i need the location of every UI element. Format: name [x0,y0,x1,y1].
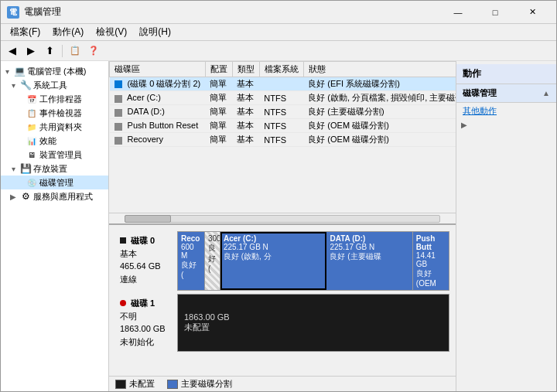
devicemgr-icon: 🖥 [26,148,38,161]
menu-view[interactable]: 檢視(V) [90,24,133,40]
sidebar-item-computer[interactable]: ▾ 💻 電腦管理 (本機) [1,64,108,78]
services-icon: ⚙ [19,190,32,203]
actions-expand-icon[interactable]: ▲ [542,89,550,97]
sidebar-item-scheduler[interactable]: 📅 工作排程器 [1,92,108,106]
col-header-fs: 檔案系統 [259,62,303,77]
table-area: 磁碟區 配置 類型 檔案系統 狀態 (磁碟 0 磁碟分割 2) 簡單 基本 [109,61,456,225]
cell-name: Acer (C:) [110,91,206,105]
disk-1-entry: 磁碟 1 不明 1863.00 GB 未初始化 1863.00 GB 未配置 [115,294,449,352]
expand-icon5 [19,121,26,133]
sidebar-item-sharedfolder[interactable]: 📁 共用資料夾 [1,120,108,134]
sidebar-item-diskmgmt[interactable]: 💿 磁碟管理 [1,176,108,189]
sidebar-label-computer: 電腦管理 (本機) [27,66,86,77]
action-other[interactable]: 其他動作 [456,103,556,119]
storage-icon: 💾 [19,162,32,175]
legend-unalloc: 未配置 [115,378,155,390]
disk-1-indicator [120,300,126,306]
table-row[interactable]: DATA (D:) 簡單 基本 NTFS 良好 (主要磁碟分割) [110,105,456,119]
sidebar-item-services[interactable]: ▶ ⚙ 服務與應用程式 [1,189,108,203]
menu-action[interactable]: 動作(A) [46,24,90,40]
sidebar-label-sharedfolder: 共用資料夾 [39,121,82,133]
legend-bar: 未配置 主要磁碟分割 [109,376,456,391]
close-button[interactable]: ✕ [514,1,550,24]
disk-0-status: 連線 [120,273,173,286]
minimize-button[interactable]: — [440,1,476,24]
sidebar-item-storage[interactable]: ▾ 💾 存放裝置 [1,162,108,176]
up-button[interactable]: ⬆ [41,43,58,59]
window-controls: — □ ✕ [440,1,550,24]
col-header-type: 類型 [232,62,259,77]
cell-type: 基本 [232,91,259,105]
disk-1-info: 磁碟 1 不明 1863.00 GB 未初始化 [115,294,177,352]
disk-0-visual: Reco 600 M 良好 ( 300 良好 ( Acer (C:) [177,231,449,291]
cell-status: 良好 (主要磁碟分割) [303,105,456,119]
cell-type: 基本 [232,77,259,91]
part-color-icon [114,109,122,117]
table-row[interactable]: Acer (C:) 簡單 基本 NTFS 良好 (啟動, 分頁檔案, 損毀傾印,… [110,91,456,105]
sidebar-label-storage: 存放裝置 [33,163,67,175]
table-row[interactable]: (磁碟 0 磁碟分割 2) 簡單 基本 良好 (EFI 系統磁碟分割) [110,77,456,91]
cell-status: 良好 (OEM 磁碟分割) [303,133,456,147]
app-icon: 電 [7,6,19,19]
disk-0-part-pbr[interactable]: Push Butt 14.41 GB 良好 (OEM [413,232,449,290]
performance-icon: 📊 [26,135,38,147]
sidebar-label-scheduler: 工作排程器 [39,94,82,105]
cell-fs: NTFS [259,105,303,119]
systemtools-icon: 🔧 [19,79,32,91]
disk-0-type: 基本 [120,247,173,261]
properties-button[interactable]: 📋 [67,43,84,59]
toolbar: ◀ ▶ ⬆ 📋 ❓ [1,41,556,61]
disk-1-visual: 1863.00 GB 未配置 [177,294,449,352]
expand-icon8: ▾ [7,162,19,175]
disk-0-part-data[interactable]: DATA (D:) 225.17 GB N 良好 (主要磁碟 [326,232,412,290]
sidebar-item-devicemgr[interactable]: 🖥 裝置管理員 [1,148,108,162]
table-row[interactable]: Recovery 簡單 基本 NTFS 良好 (OEM 磁碟分割) [110,133,456,147]
disk-0-part-recovery[interactable]: Reco 600 M 良好 ( [178,232,205,290]
actions-header: 動作 [456,64,556,84]
sidebar-label-services: 服務與應用程式 [33,191,93,203]
menu-bar: 檔案(F) 動作(A) 檢視(V) 說明(H) [1,24,556,41]
h-scrollbar[interactable] [109,213,456,223]
disk-map-area: 磁碟 0 基本 465.64 GB 連線 Reco 600 M 良好 ( [109,225,456,376]
expand-icon4 [19,107,26,119]
part-color-icon [114,137,122,145]
expand-icon6 [19,135,26,147]
eventviewer-icon: 📋 [26,107,38,119]
cell-layout: 簡單 [205,77,232,91]
partition-table: 磁碟區 配置 類型 檔案系統 狀態 (磁碟 0 磁碟分割 2) 簡單 基本 [109,61,456,147]
window: 電 電腦管理 — □ ✕ 檔案(F) 動作(A) 檢視(V) 說明(H) ◀ ▶… [0,0,557,392]
cell-fs [259,77,303,91]
disk-0-entry: 磁碟 0 基本 465.64 GB 連線 Reco 600 M 良好 ( [115,231,449,291]
disk-1-size: 1863.00 GB [120,322,173,336]
sidebar-label-eventviewer: 事件檢視器 [39,107,82,119]
center-panel: 磁碟區 配置 類型 檔案系統 狀態 (磁碟 0 磁碟分割 2) 簡單 基本 [109,61,456,391]
cell-type: 基本 [232,105,259,119]
legend-unalloc-box [115,380,126,389]
disk-1-part-unalloc[interactable]: 1863.00 GB 未配置 [178,295,449,351]
scheduler-icon: 📅 [26,93,38,105]
sidebar-item-performance[interactable]: 📊 效能 [1,134,108,148]
disk-1-unalloc-label: 未配置 [184,322,210,333]
menu-file[interactable]: 檔案(F) [4,24,46,40]
menu-help[interactable]: 說明(H) [133,24,177,40]
disk-0-part-acer[interactable]: Acer (C:) 225.17 GB N 良好 (啟動, 分 [220,232,326,290]
actions-panel: 動作 磁碟管理 ▲ 其他動作 ▶ [456,61,556,391]
back-button[interactable]: ◀ [4,43,21,59]
maximize-button[interactable]: □ [477,1,513,24]
disk-0-part-efi[interactable]: 300 良好 ( [205,232,220,290]
table-scroll[interactable]: 磁碟區 配置 類型 檔案系統 狀態 (磁碟 0 磁碟分割 2) 簡單 基本 [109,61,456,213]
help-button[interactable]: ❓ [85,43,102,59]
sidebar-item-eventviewer[interactable]: 📋 事件檢視器 [1,106,108,120]
toolbar-separator [62,45,63,57]
cell-name: DATA (D:) [110,105,206,119]
cell-name: Push Button Reset [110,119,206,133]
sidebar-label-performance: 效能 [39,135,56,147]
table-row[interactable]: Push Button Reset 簡單 基本 NTFS 良好 (OEM 磁碟分… [110,119,456,133]
cell-fs: NTFS [259,119,303,133]
expand-icon10: ▶ [7,190,19,203]
sidebar-item-systemtools[interactable]: ▾ 🔧 系統工具 [1,78,108,92]
expand-icon2: ▾ [7,79,19,91]
forward-button[interactable]: ▶ [22,43,39,59]
cell-layout: 簡單 [205,133,232,147]
cell-status: 良好 (OEM 磁碟分割) [303,119,456,133]
